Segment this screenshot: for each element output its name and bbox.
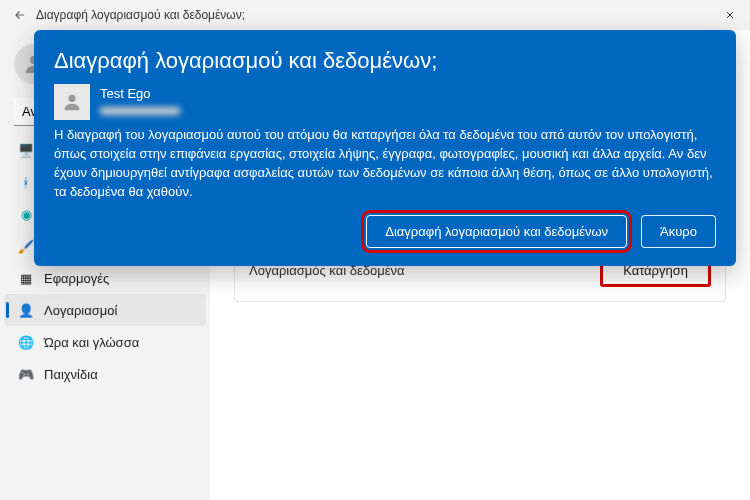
back-icon[interactable] <box>8 3 32 27</box>
dialog-title: Διαγραφή λογαριασμού και δεδομένων; <box>54 48 716 74</box>
sidebar-item-label: Ώρα και γλώσσα <box>44 335 139 350</box>
game-icon: 🎮 <box>18 366 34 382</box>
wifi-icon: ◉ <box>18 206 34 222</box>
confirm-delete-button[interactable]: Διαγραφή λογαριασμού και δεδομένων <box>366 215 627 248</box>
sidebar-item-gaming[interactable]: 🎮Παιχνίδια <box>4 358 206 390</box>
sidebar-item-time[interactable]: 🌐Ώρα και γλώσσα <box>4 326 206 358</box>
dialog-user-avatar-icon <box>54 84 90 120</box>
sidebar-item-apps[interactable]: ▦Εφαρμογές <box>4 262 206 294</box>
dialog-user-name: Test Ego <box>100 86 180 101</box>
svg-point-2 <box>68 95 75 102</box>
sidebar-item-label: Παιχνίδια <box>44 367 98 382</box>
window-title: Διαγραφή λογαριασμού και δεδομένων; <box>36 8 718 22</box>
cancel-button[interactable]: Άκυρο <box>641 215 716 248</box>
sidebar-item-label: Λογαριασμοί <box>44 303 117 318</box>
bluetooth-icon: ᚼ <box>18 174 34 190</box>
dialog-body-text: Η διαγραφή του λογαριασμού αυτού του ατό… <box>54 126 716 201</box>
apps-icon: ▦ <box>18 270 34 286</box>
display-icon: 🖥️ <box>18 142 34 158</box>
globe-icon: 🌐 <box>18 334 34 350</box>
delete-account-dialog: Διαγραφή λογαριασμού και δεδομένων; Test… <box>34 30 736 266</box>
sidebar-item-accounts[interactable]: 👤Λογαριασμοί <box>4 294 206 326</box>
sidebar-item-label: Εφαρμογές <box>44 271 109 286</box>
person-icon: 👤 <box>18 302 34 318</box>
close-icon[interactable] <box>718 3 742 27</box>
brush-icon: 🖌️ <box>18 238 34 254</box>
